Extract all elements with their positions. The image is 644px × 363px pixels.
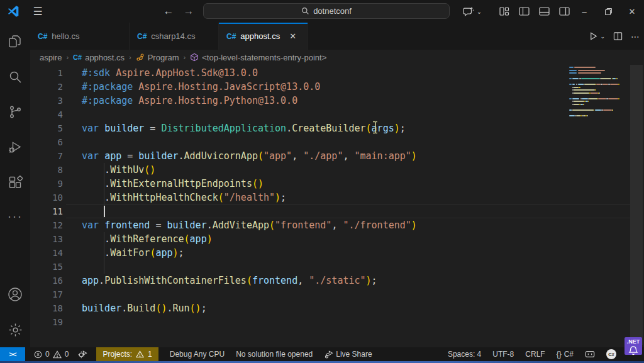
line-number[interactable]: 5 — [30, 121, 63, 135]
toggle-secondary-sidebar-icon[interactable] — [559, 6, 570, 16]
error-icon — [34, 350, 42, 359]
code-line[interactable]: 16app.PublishWithContainerFiles(frontend… — [30, 274, 644, 288]
line-number[interactable]: 2 — [30, 80, 63, 94]
line-number[interactable]: 1 — [30, 66, 63, 80]
line-number[interactable]: 11 — [30, 204, 63, 218]
breadcrumb-symbol[interactable]: Program — [148, 53, 179, 62]
live-share-icon — [324, 350, 333, 359]
back-icon[interactable]: ← — [160, 0, 177, 23]
projects-warning-count: 1 — [148, 350, 152, 359]
csharp-file-icon: C# — [73, 53, 82, 61]
code-line[interactable]: 19 — [30, 315, 644, 329]
tab-apphost-cs[interactable]: C# apphost.cs ✕ — [219, 23, 308, 50]
tab-label: csharp14.cs — [151, 31, 195, 41]
customize-layout-icon[interactable] — [499, 6, 509, 16]
run-dropdown-chevron-icon[interactable]: ⌄ — [600, 33, 605, 40]
debug-configuration[interactable]: Debug Any CPU — [170, 347, 225, 361]
solution-status[interactable]: No solution file opened — [236, 347, 313, 361]
tab-csharp14-cs[interactable]: C# csharp14.cs — [130, 23, 219, 50]
problems-indicator[interactable]: 0 0 — [34, 347, 69, 361]
toggle-panel-icon[interactable] — [539, 6, 550, 16]
more-views-icon[interactable]: ··· — [0, 203, 30, 230]
eol-status[interactable]: CRLF — [525, 347, 545, 361]
line-number[interactable]: 16 — [30, 274, 63, 288]
line-number[interactable]: 19 — [30, 315, 63, 329]
code-line[interactable]: 11 — [30, 204, 644, 218]
vscode-window: ☰ ← → dotnetconf ⌄ — [0, 0, 644, 363]
code-line[interactable]: 14 .WaitFor(app); — [30, 246, 644, 260]
chevron-right-icon: › — [65, 53, 70, 61]
line-number[interactable]: 10 — [30, 191, 63, 204]
live-share-button[interactable]: Live Share — [324, 347, 372, 361]
code-line[interactable]: 2#:package Aspire.Hosting.JavaScript@13.… — [30, 80, 644, 94]
line-number[interactable]: 7 — [30, 149, 63, 163]
code-line[interactable]: 15 — [30, 260, 644, 274]
copilot-icon — [463, 6, 474, 16]
search-sidebar-icon[interactable] — [0, 63, 30, 91]
account-icon[interactable] — [0, 281, 30, 308]
csharp-devkit-icon[interactable]: C# — [606, 347, 616, 361]
tab-hello-cs[interactable]: C# hello.cs — [30, 23, 130, 50]
run-button[interactable]: ⌄ — [589, 31, 605, 41]
code-editor[interactable]: 1#:sdk Aspire.AppHost.Sdk@13.0.02#:packa… — [30, 65, 644, 347]
csharp-file-icon: C# — [38, 32, 47, 41]
code-line[interactable]: 9 .WithExternalHttpEndpoints() — [30, 177, 644, 191]
settings-gear-icon[interactable] — [0, 316, 30, 343]
language-mode-status[interactable]: {} C# — [557, 347, 574, 361]
code-line[interactable]: 17 — [30, 288, 644, 301]
extensions-icon[interactable] — [0, 169, 30, 196]
line-number[interactable]: 15 — [30, 260, 63, 274]
breadcrumb-file[interactable]: apphost.cs — [85, 53, 125, 62]
breadcrumb-entry-point[interactable]: <top-level-statements-entry-point> — [202, 53, 326, 62]
projects-status-badge[interactable]: Projects: 1 — [96, 347, 158, 361]
close-tab-icon[interactable]: ✕ — [289, 31, 296, 41]
more-actions-icon[interactable]: ⋯ — [631, 31, 640, 42]
code-line[interactable]: 13 .WithReference(app) — [30, 232, 644, 246]
code-line[interactable]: 5var builder = DistributedApplication.Cr… — [30, 121, 644, 135]
line-number[interactable]: 12 — [30, 218, 63, 232]
minimize-button[interactable]: – — [572, 0, 596, 23]
notifications-bell-icon[interactable] — [628, 345, 638, 356]
toggle-primary-sidebar-icon[interactable] — [519, 6, 530, 16]
run-debug-icon[interactable] — [0, 133, 30, 161]
line-number[interactable]: 14 — [30, 246, 63, 260]
code-line[interactable]: 1#:sdk Aspire.AppHost.Sdk@13.0.0 — [30, 66, 644, 80]
code-line[interactable]: 4 — [30, 108, 644, 121]
breadcrumb-folder[interactable]: aspire — [40, 53, 62, 62]
line-number[interactable]: 18 — [30, 301, 63, 315]
chevron-right-icon: › — [182, 53, 187, 61]
remote-indicator[interactable]: >< — [0, 347, 25, 361]
line-number[interactable]: 17 — [30, 288, 63, 301]
menu-icon[interactable]: ☰ — [29, 0, 47, 23]
command-center-search[interactable]: dotnetconf — [203, 3, 450, 19]
editor-scrollbar[interactable] — [630, 65, 643, 345]
copilot-status-icon[interactable] — [585, 347, 595, 361]
code-line[interactable]: 7var app = builder.AddUvicornApp("app", … — [30, 149, 644, 163]
code-line[interactable]: 3#:package Aspire.Hosting.Python@13.0.0 — [30, 94, 644, 108]
restore-button[interactable] — [596, 0, 620, 23]
code-line[interactable]: 10 .WithHttpHealthCheck("/health"); — [30, 191, 644, 204]
code-line[interactable]: 8 .WithUv() — [30, 163, 644, 177]
indentation-status[interactable]: Spaces: 4 — [448, 347, 481, 361]
editor-group: C# hello.cs C# csharp14.cs C# apphost.cs… — [30, 23, 644, 347]
copilot-button[interactable]: ⌄ — [458, 0, 487, 23]
line-number[interactable]: 4 — [30, 108, 63, 121]
line-number[interactable]: 9 — [30, 177, 63, 191]
code-line[interactable]: 18builder.Build().Run(); — [30, 301, 644, 315]
source-control-icon[interactable] — [0, 98, 30, 126]
mouse-ibeam-pointer — [372, 121, 379, 134]
encoding-status[interactable]: UTF-8 — [492, 347, 514, 361]
line-number[interactable]: 8 — [30, 163, 63, 177]
code-line[interactable]: 6 — [30, 135, 644, 149]
forward-icon[interactable]: → — [180, 0, 197, 23]
explorer-icon[interactable] — [0, 28, 30, 55]
code-line[interactable]: 12var frontend = builder.AddViteApp("fro… — [30, 218, 644, 232]
close-window-button[interactable]: ✕ — [620, 0, 644, 23]
line-number[interactable]: 6 — [30, 135, 63, 149]
launch-profile-icon[interactable] — [77, 347, 87, 361]
line-number[interactable]: 3 — [30, 94, 63, 108]
split-editor-icon[interactable] — [613, 31, 623, 41]
status-bar: >< 0 0 Projects: 1 — [0, 347, 644, 361]
tab-bar: C# hello.cs C# csharp14.cs C# apphost.cs… — [30, 23, 644, 50]
line-number[interactable]: 13 — [30, 232, 63, 246]
